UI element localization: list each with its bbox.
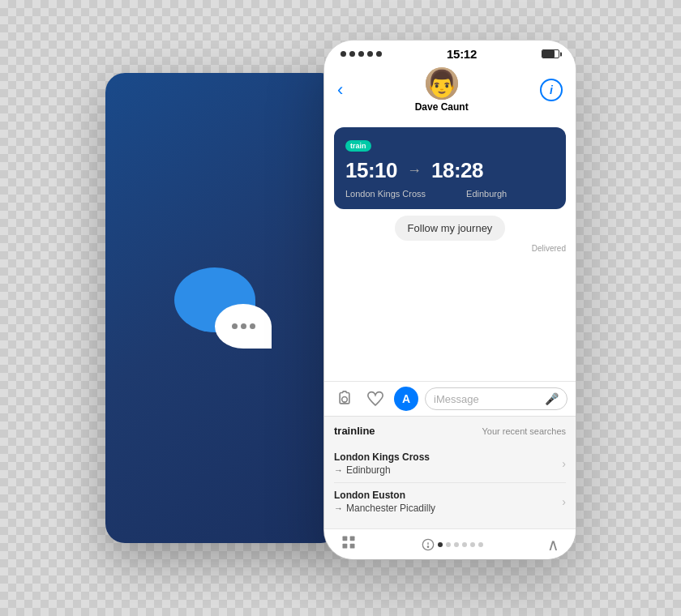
svg-rect-4	[350, 544, 355, 549]
signal-dot-3	[358, 51, 364, 57]
status-bar: 15:12	[324, 41, 576, 64]
search-1-destination: Edinburgh	[346, 464, 391, 476]
svg-rect-3	[343, 544, 348, 549]
dot-2	[241, 323, 246, 329]
page-dot-5	[470, 542, 475, 547]
page-dot-2	[446, 542, 451, 547]
signal-dot-1	[340, 51, 346, 57]
camera-button[interactable]	[332, 387, 357, 411]
search-item-1[interactable]: London Kings Cross → Edinburgh ›	[334, 445, 566, 483]
recent-searches-label: Your recent searches	[482, 426, 566, 436]
signal-dots	[340, 51, 382, 57]
imessage-placeholder: iMessage	[434, 393, 540, 405]
status-battery	[542, 49, 559, 58]
signal-dot-4	[367, 51, 373, 57]
scene: 15:12 ‹ Dave Caunt i train	[105, 41, 576, 575]
destination-station: Edinburgh	[466, 188, 507, 199]
extension-panel: trainline Your recent searches London Ki…	[324, 416, 576, 528]
svg-point-0	[342, 397, 348, 403]
dot-1	[232, 323, 238, 329]
svg-point-7	[427, 546, 428, 547]
signal-dot-2	[349, 51, 355, 57]
train-times: 15:10 → 18:28	[345, 158, 555, 183]
train-badge: train	[345, 140, 371, 152]
chevron-2: ›	[562, 495, 566, 508]
nav-bar: ‹ Dave Caunt i	[324, 64, 576, 119]
search-item-1-content: London Kings Cross → Edinburgh	[334, 451, 430, 476]
avatar-face	[426, 67, 458, 100]
signal-dot-5	[376, 51, 382, 57]
iphone-frame: 15:12 ‹ Dave Caunt i train	[324, 41, 576, 559]
train-stations: London Kings Cross Edinburgh	[345, 188, 555, 199]
search-2-destination: Manchester Picadilly	[346, 503, 435, 514]
grid-icon[interactable]	[340, 534, 357, 554]
extension-header: trainline Your recent searches	[334, 425, 566, 437]
search-item-2-content: London Euston → Manchester Picadilly	[334, 490, 435, 514]
search-2-dest-row: → Manchester Picadilly	[334, 503, 435, 514]
delivered-status: Delivered	[334, 244, 566, 253]
arrive-time: 18:28	[431, 158, 483, 183]
depart-time: 15:10	[345, 158, 397, 183]
arrow-1: →	[334, 465, 343, 475]
arrow-2: →	[334, 503, 343, 513]
back-button[interactable]: ‹	[337, 79, 343, 101]
dot-3	[250, 323, 255, 329]
heart-button[interactable]	[363, 387, 388, 411]
contact-name: Dave Caunt	[415, 101, 469, 113]
page-dot-4	[462, 542, 467, 547]
chevron-1: ›	[562, 457, 566, 470]
page-dots	[422, 538, 483, 551]
page-dot-6	[478, 542, 483, 547]
chat-icon-wrapper	[174, 267, 272, 349]
train-card: train 15:10 → 18:28 London Kings Cross E…	[334, 127, 566, 209]
battery-bar	[542, 49, 559, 58]
search-2-origin: London Euston	[334, 490, 435, 501]
avatar	[426, 67, 458, 100]
nav-center: Dave Caunt	[415, 67, 469, 113]
battery-fill	[542, 50, 555, 58]
input-toolbar: A iMessage 🎤	[324, 381, 576, 416]
chat-bubble-small	[215, 304, 272, 349]
chevron-up-icon[interactable]: ∧	[547, 535, 559, 554]
blue-card	[105, 73, 340, 543]
search-1-dest-row: → Edinburgh	[334, 464, 430, 476]
bottom-nav: ∧	[324, 528, 576, 559]
status-time: 15:12	[447, 47, 477, 61]
search-item-2[interactable]: London Euston → Manchester Picadilly ›	[334, 483, 566, 520]
imessage-input[interactable]: iMessage 🎤	[425, 387, 568, 410]
train-arrow: →	[407, 162, 422, 179]
trainline-logo: trainline	[334, 425, 375, 437]
search-1-origin: London Kings Cross	[334, 451, 430, 463]
follow-journey-button[interactable]: Follow my journey	[395, 216, 506, 241]
svg-rect-2	[350, 537, 355, 541]
page-dot-3	[454, 542, 459, 547]
app-store-button[interactable]: A	[394, 387, 418, 411]
origin-station: London Kings Cross	[345, 188, 426, 199]
mic-icon: 🎤	[545, 392, 559, 405]
info-button[interactable]: i	[540, 79, 563, 101]
svg-rect-1	[343, 537, 348, 541]
page-dot-1	[438, 542, 443, 547]
messages-area: train 15:10 → 18:28 London Kings Cross E…	[324, 119, 576, 381]
